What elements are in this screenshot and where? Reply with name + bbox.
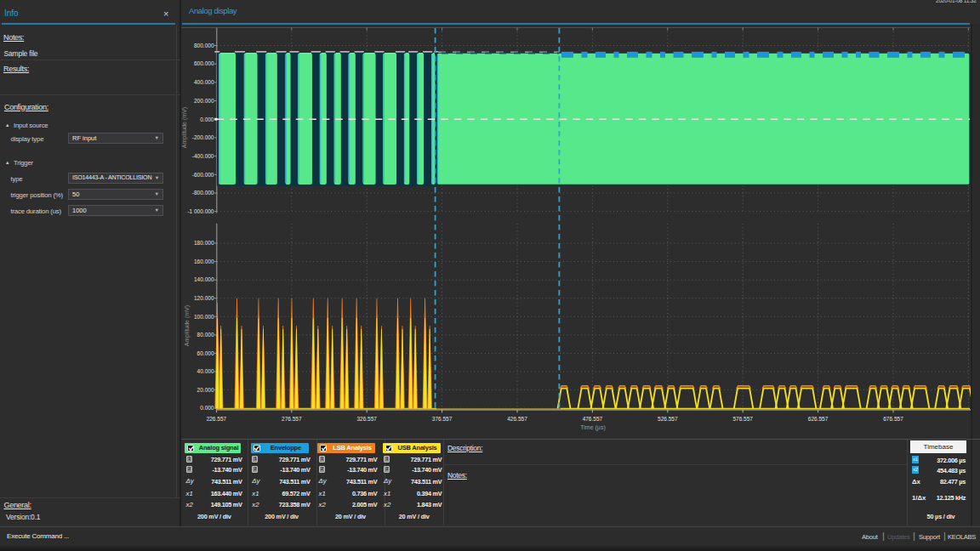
svg-text:576.557: 576.557 <box>732 416 753 422</box>
svg-text:376.557: 376.557 <box>432 416 453 422</box>
svg-text:0.000: 0.000 <box>200 116 214 122</box>
svg-text:60.000: 60.000 <box>197 350 214 356</box>
svg-text:-600.000: -600.000 <box>192 172 214 178</box>
svg-text:526.557: 526.557 <box>658 416 678 422</box>
svg-text:180.000: 180.000 <box>194 240 214 246</box>
svg-text:276.557: 276.557 <box>282 416 302 422</box>
svg-text:426.557: 426.557 <box>507 416 527 422</box>
svg-text:200.000: 200.000 <box>194 98 214 104</box>
svg-text:Amplitude (mV): Amplitude (mV) <box>184 305 191 346</box>
svg-text:20.000: 20.000 <box>197 387 214 393</box>
svg-text:600.000: 600.000 <box>194 60 214 66</box>
svg-text:-800.000: -800.000 <box>192 190 214 196</box>
svg-text:120.000: 120.000 <box>194 295 214 301</box>
svg-text:160.000: 160.000 <box>194 258 214 264</box>
svg-text:40.000: 40.000 <box>197 368 214 374</box>
svg-text:326.557: 326.557 <box>356 416 377 422</box>
svg-text:676.557: 676.557 <box>883 416 903 422</box>
svg-text:400.000: 400.000 <box>194 79 214 85</box>
svg-text:Amplitude (mV): Amplitude (mV) <box>181 107 188 148</box>
svg-text:-400.000: -400.000 <box>192 153 214 159</box>
svg-text:100.000: 100.000 <box>194 314 214 320</box>
svg-text:Time (µs): Time (µs) <box>580 424 605 431</box>
svg-text:626.557: 626.557 <box>808 416 829 422</box>
svg-text:476.557: 476.557 <box>583 416 603 422</box>
svg-text:80.000: 80.000 <box>197 332 214 338</box>
svg-text:-200.000: -200.000 <box>192 134 214 140</box>
svg-text:226.557: 226.557 <box>207 416 227 422</box>
svg-text:0.000: 0.000 <box>200 405 214 411</box>
svg-text:800.000: 800.000 <box>194 43 214 48</box>
svg-text:-1 000.000: -1 000.000 <box>187 208 214 214</box>
svg-text:140.000: 140.000 <box>194 276 214 282</box>
